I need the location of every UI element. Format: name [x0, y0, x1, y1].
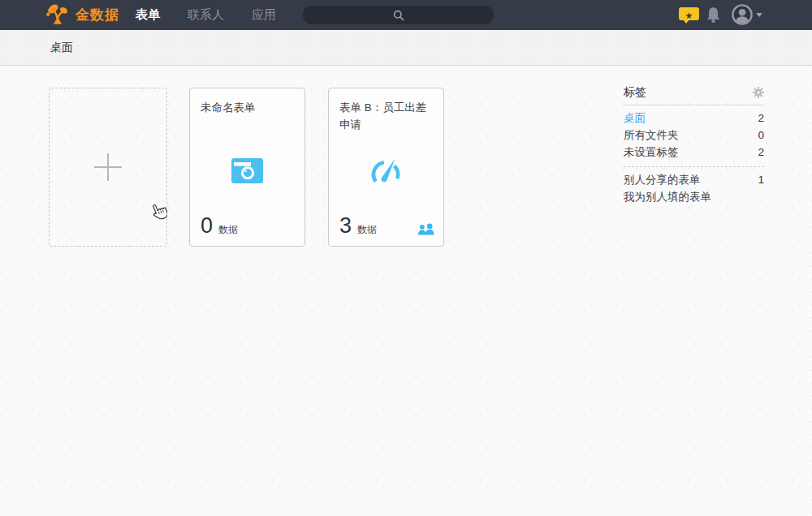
- form-card-footer: 3 数据: [339, 213, 377, 239]
- tag-count: 2: [758, 146, 764, 158]
- page-title: 桌面: [50, 41, 73, 55]
- tag-count: 0: [758, 129, 764, 141]
- brand-name: 金数据: [76, 6, 119, 24]
- entry-count: 3: [339, 213, 352, 239]
- filled-for-others-item[interactable]: 我为别人填的表单: [624, 188, 764, 205]
- shared-list: 别人分享的表单 1 我为别人填的表单: [624, 171, 764, 205]
- chevron-down-icon[interactable]: [756, 13, 762, 17]
- tag-count: 2: [758, 112, 764, 124]
- tag-item-untagged[interactable]: 未设置标签 2: [624, 144, 764, 161]
- tag-item-desktop[interactable]: 桌面 2: [624, 110, 764, 127]
- breadcrumb-bar: 桌面: [0, 30, 812, 66]
- star-icon: ★: [685, 11, 693, 20]
- tags-title: 标签: [624, 85, 646, 100]
- search-box: [303, 6, 494, 24]
- bell-icon[interactable]: [706, 6, 721, 24]
- brand-logo[interactable]: 金数据: [45, 3, 119, 27]
- nav-tab-forms[interactable]: 表单: [136, 7, 160, 23]
- plant-logo-icon: [45, 2, 70, 28]
- tag-item-all-folders[interactable]: 所有文件夹 0: [624, 127, 764, 144]
- entry-count-label: 数据: [357, 223, 377, 237]
- shared-users-icon: [417, 223, 435, 235]
- tag-list: 桌面 2 所有文件夹 0 未设置标签 2: [624, 110, 764, 161]
- entry-count-label: 数据: [218, 223, 238, 237]
- shared-with-me-item[interactable]: 别人分享的表单 1: [624, 171, 764, 188]
- form-card-business-trip[interactable]: 表单 B：员工出差申请 3 数据: [328, 88, 444, 247]
- form-card-footer: 0 数据: [201, 213, 238, 239]
- main-nav: 表单 联系人 应用: [136, 0, 276, 30]
- avatar[interactable]: [732, 4, 753, 25]
- tags-header: 标签: [624, 84, 764, 100]
- tag-count: 1: [758, 174, 764, 186]
- plus-icon: [94, 153, 122, 181]
- tags-panel: 标签 桌面 2 所有: [624, 84, 764, 205]
- form-card-unnamed[interactable]: 未命名表单 0 数据: [189, 88, 305, 247]
- gear-icon[interactable]: [753, 87, 764, 98]
- form-card-title: 表单 B：员工出差申请: [339, 100, 433, 134]
- search-input[interactable]: [303, 6, 494, 24]
- nav-tab-contacts[interactable]: 联系人: [188, 7, 224, 23]
- camera-icon: [190, 158, 304, 183]
- app-window: 金数据 表单 联系人 应用 ★: [0, 0, 812, 516]
- entry-count: 0: [201, 213, 213, 239]
- notification-star-badge[interactable]: ★: [679, 7, 699, 20]
- top-navbar: 金数据 表单 联系人 应用 ★: [0, 0, 812, 30]
- gauge-icon: [329, 153, 443, 187]
- dashed-divider: [624, 166, 764, 167]
- nav-tab-apps[interactable]: 应用: [252, 7, 276, 23]
- new-form-card[interactable]: [49, 88, 167, 247]
- divider: [624, 105, 764, 105]
- form-card-title: 未命名表单: [201, 100, 294, 117]
